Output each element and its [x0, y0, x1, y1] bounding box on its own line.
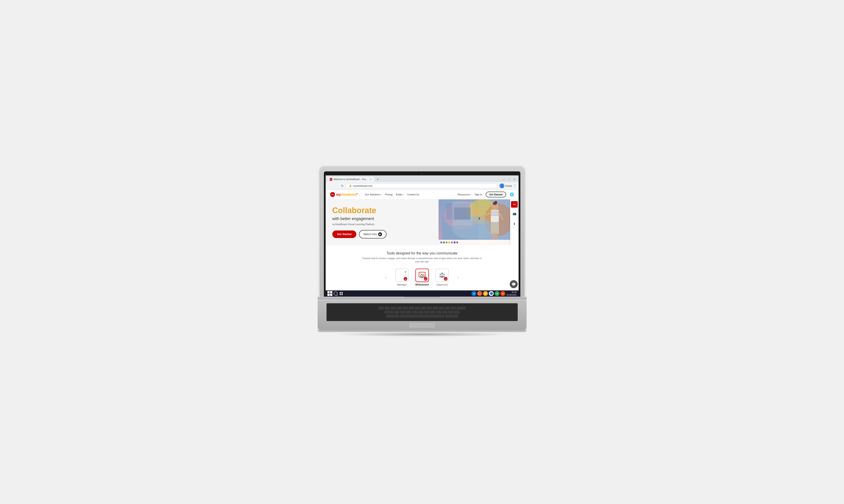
svg-rect-37	[341, 294, 343, 295]
key	[424, 311, 429, 314]
svg-rect-16	[490, 215, 499, 216]
svg-point-25	[420, 273, 421, 274]
screen: my Welcome to myViewBoard – You... ✕ + —…	[326, 175, 519, 297]
refresh-button[interactable]: ↻	[340, 183, 345, 188]
carousel-prev-button[interactable]: ‹	[383, 275, 389, 280]
close-button[interactable]: ✕	[512, 177, 517, 182]
taskbar-app-app1[interactable]: ●	[495, 291, 499, 296]
tools-carousel: ‹ ⚙ my Manager	[330, 269, 514, 286]
tab-close-button[interactable]: ✕	[369, 178, 372, 181]
laptop-hinge	[404, 296, 440, 298]
keyboard	[327, 303, 518, 321]
laptop-bottom	[317, 330, 527, 332]
website: my myViewBoard® Our Solutions ▾ Pricing	[326, 190, 519, 291]
tools-subtitle: Purpose-built to connect, engage, and in…	[361, 257, 483, 263]
nav-signin[interactable]: Sign In	[475, 193, 482, 196]
tool-classroom[interactable]: my Classroom	[435, 269, 449, 286]
key	[445, 314, 458, 318]
site-navigation: my myViewBoard® Our Solutions ▾ Pricing	[326, 190, 519, 199]
taskbar-search-button[interactable]	[334, 291, 338, 295]
new-tab-button[interactable]: +	[375, 177, 381, 182]
whiteboard-my-badge: my	[424, 277, 428, 281]
key	[430, 311, 435, 314]
nav-get-started-button[interactable]: Get Started	[486, 192, 506, 197]
manager-label: Manager	[397, 283, 407, 286]
key	[445, 307, 450, 310]
logo-area: my myViewBoard®	[330, 192, 358, 197]
toolbar-icon-2	[443, 241, 445, 244]
watch-intro-button[interactable]: Watch intro ▶	[359, 230, 386, 238]
watch-intro-label: Watch intro	[363, 233, 377, 236]
taskbar-app-folder[interactable]: 📁	[483, 291, 488, 296]
nav-contact[interactable]: Contact Us	[407, 193, 419, 196]
nav-resources[interactable]: Resources ▾	[458, 193, 471, 196]
hero-get-started-button[interactable]: Get Started	[332, 231, 357, 238]
hero-buttons: Get Started Watch intro ▶	[332, 230, 432, 238]
toolbar-icon-7	[457, 241, 458, 244]
key	[384, 311, 393, 314]
key	[418, 311, 424, 314]
browser-chrome: my Welcome to myViewBoard – You... ✕ + —…	[326, 175, 519, 190]
taskbar-task-view[interactable]	[339, 291, 343, 296]
lock-icon: 🔒	[349, 184, 352, 187]
browser-menu-button[interactable]: ⋮	[513, 184, 517, 188]
key	[457, 307, 465, 310]
screen-bezel: my Welcome to myViewBoard – You... ✕ + —…	[324, 172, 520, 297]
svg-point-28	[441, 273, 443, 274]
browser-tab-active[interactable]: my Welcome to myViewBoard – You... ✕	[327, 177, 374, 182]
taskbar-app-app2[interactable]: ●	[500, 291, 505, 296]
key	[400, 311, 406, 314]
tool-whiteboard[interactable]: my Whiteboard	[415, 269, 429, 286]
sidebar-download-btn[interactable]: ⬇	[510, 220, 519, 228]
svg-rect-27	[421, 278, 424, 278]
manager-icon: ⚙ my	[395, 269, 409, 282]
sidebar-logo-btn[interactable]: my	[511, 201, 518, 208]
svg-point-30	[443, 274, 445, 275]
tool-manager[interactable]: ⚙ my Manager	[395, 269, 409, 286]
carousel-next-button[interactable]: ›	[455, 275, 461, 280]
key	[451, 307, 456, 310]
maximize-button[interactable]: □	[506, 177, 512, 182]
browser-tabs: my Welcome to myViewBoard – You... ✕ + —…	[326, 175, 519, 182]
laptop-base	[317, 296, 527, 301]
svg-rect-35	[341, 292, 343, 293]
manager-my-badge: my	[404, 277, 407, 281]
laptop-lid: my Welcome to myViewBoard – You... ✕ + —…	[320, 167, 524, 297]
forward-button[interactable]: ›	[334, 183, 339, 188]
key	[427, 307, 432, 310]
chat-bubble-button[interactable]: 💬	[510, 280, 518, 288]
key-spacebar	[400, 314, 444, 318]
hero-section: Collaborate with better engagement myVie…	[326, 199, 519, 245]
taskbar-app-firefox[interactable]: 🦊	[477, 291, 482, 296]
nav-solutions[interactable]: Our Solutions ▾	[365, 193, 381, 196]
key	[433, 307, 438, 310]
nav-pricing[interactable]: Pricing	[385, 193, 393, 196]
nav-entity[interactable]: Entity ▾	[396, 193, 404, 196]
key	[448, 311, 453, 314]
keyboard-rows	[327, 305, 518, 319]
minimize-button[interactable]: —	[501, 177, 506, 182]
hero-image	[438, 199, 519, 245]
sidebar-cast-btn[interactable]: 📺	[510, 210, 519, 218]
start-button[interactable]	[327, 291, 332, 296]
taskbar-app-chrome[interactable]: 🔵	[489, 291, 494, 296]
taskbar-app-edge[interactable]: e	[471, 291, 476, 296]
key	[409, 307, 414, 310]
language-selector[interactable]: 🌐	[510, 192, 514, 197]
tools-title: Tools designed for the way you communica…	[330, 251, 514, 255]
svg-point-29	[440, 274, 441, 275]
key	[442, 311, 447, 314]
keyboard-row-3	[328, 314, 516, 318]
key	[402, 307, 408, 310]
svg-rect-8	[452, 201, 472, 226]
touchpad[interactable]	[409, 322, 435, 328]
key	[454, 311, 460, 314]
key	[386, 314, 399, 318]
url-text: myviewboard.com	[353, 184, 373, 187]
svg-rect-12	[490, 210, 499, 222]
window-controls: — □ ✕	[501, 177, 517, 182]
address-bar[interactable]: 🔒 myviewboard.com	[346, 184, 498, 188]
back-button[interactable]: ‹	[327, 183, 332, 188]
key	[384, 307, 390, 310]
laptop-keyboard-area	[317, 301, 527, 330]
